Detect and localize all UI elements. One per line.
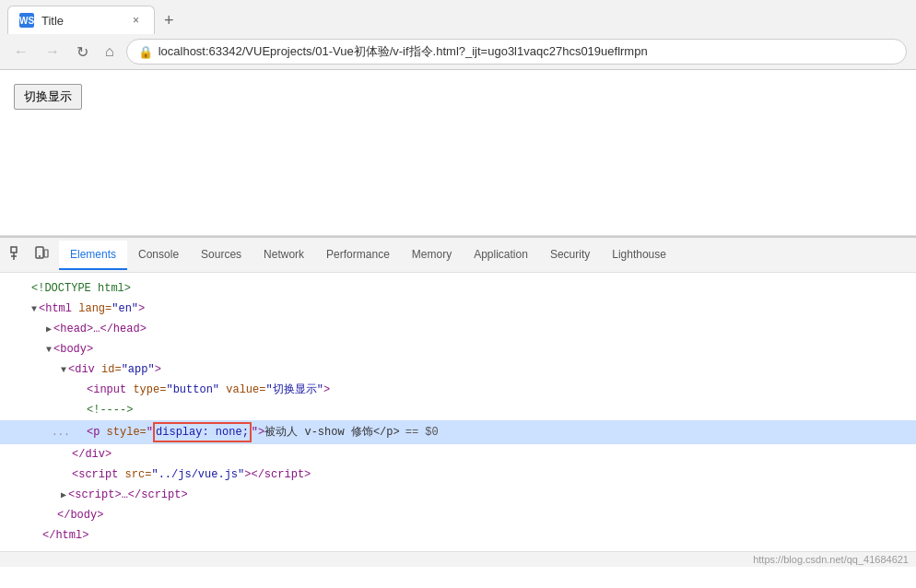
tab-title: Title bbox=[41, 14, 64, 28]
tab-network[interactable]: Network bbox=[252, 241, 315, 270]
tab-performance[interactable]: Performance bbox=[315, 241, 401, 270]
dom-html-close: </html> bbox=[0, 525, 916, 546]
dom-body-close: </body> bbox=[0, 505, 916, 525]
dom-doctype: <!DOCTYPE html> bbox=[0, 278, 916, 299]
address-bar: ← → ↻ ⌂ 🔒 localhost:63342/VUEprojects/01… bbox=[0, 34, 916, 69]
tab-bar: WS Title × + bbox=[0, 0, 916, 34]
svg-rect-5 bbox=[44, 250, 48, 257]
device-toolbar-icon-button[interactable] bbox=[31, 243, 52, 266]
status-bar: https://blog.csdn.net/qq_41684621 bbox=[0, 551, 916, 567]
secure-icon: 🔒 bbox=[138, 45, 153, 59]
tab-close-button[interactable]: × bbox=[129, 12, 143, 29]
page-content: 切换显示 bbox=[0, 70, 916, 236]
tab-memory[interactable]: Memory bbox=[401, 241, 463, 270]
tab-console[interactable]: Console bbox=[127, 241, 190, 270]
browser-chrome: WS Title × + ← → ↻ ⌂ 🔒 localhost:63342/V… bbox=[0, 0, 916, 70]
devtools-tabs: Elements Console Sources Network Perform… bbox=[59, 241, 909, 270]
svg-rect-0 bbox=[11, 247, 17, 253]
tab-new-button[interactable]: + bbox=[155, 6, 183, 34]
url-text: localhost:63342/VUEprojects/01-Vue初体验/v-… bbox=[159, 43, 648, 60]
tab-favicon: WS bbox=[19, 13, 34, 28]
dom-html: ▼ <html lang="en"> bbox=[0, 299, 916, 319]
home-button[interactable]: ⌂ bbox=[100, 41, 119, 63]
forward-button[interactable]: → bbox=[41, 41, 65, 63]
tab-application[interactable]: Application bbox=[463, 241, 539, 270]
dom-comment: <!----> bbox=[0, 400, 916, 420]
tab-lighthouse[interactable]: Lighthouse bbox=[601, 241, 677, 270]
devtools-toolbar: Elements Console Sources Network Perform… bbox=[0, 238, 916, 273]
dom-p-highlighted[interactable]: ... <p style="display: none;">被动人 v-show… bbox=[0, 420, 916, 444]
dom-body: ▼ <body> bbox=[0, 339, 916, 359]
tab-elements[interactable]: Elements bbox=[59, 241, 127, 270]
devtools-icons bbox=[7, 238, 52, 272]
url-bar[interactable]: 🔒 localhost:63342/VUEprojects/01-Vue初体验/… bbox=[126, 39, 907, 65]
dom-panel: <!DOCTYPE html> ▼ <html lang="en"> ▶ <he… bbox=[0, 273, 916, 551]
devtools-panel: Elements Console Sources Network Perform… bbox=[0, 236, 916, 567]
browser-tab[interactable]: WS Title × bbox=[7, 6, 155, 34]
toggle-display-button[interactable]: 切换显示 bbox=[14, 84, 82, 110]
dom-script-vue: <script src="../js/vue.js"></script> bbox=[0, 465, 916, 485]
tab-sources[interactable]: Sources bbox=[190, 241, 252, 270]
inspector-icon-button[interactable] bbox=[7, 243, 28, 266]
dom-input: <input type="button" value="切换显示"> bbox=[0, 380, 916, 400]
dom-script-collapsed: ▶ <script>…</script> bbox=[0, 485, 916, 505]
dom-div-close: </div> bbox=[0, 444, 916, 465]
back-button[interactable]: ← bbox=[9, 41, 33, 63]
highlighted-style-value: display: none; bbox=[153, 422, 252, 442]
status-url: https://blog.csdn.net/qq_41684621 bbox=[753, 554, 909, 565]
dom-head: ▶ <head>…</head> bbox=[0, 319, 916, 339]
dom-div-app: ▼ <div id="app"> bbox=[0, 359, 916, 380]
tab-security[interactable]: Security bbox=[539, 241, 601, 270]
refresh-button[interactable]: ↻ bbox=[72, 41, 93, 64]
